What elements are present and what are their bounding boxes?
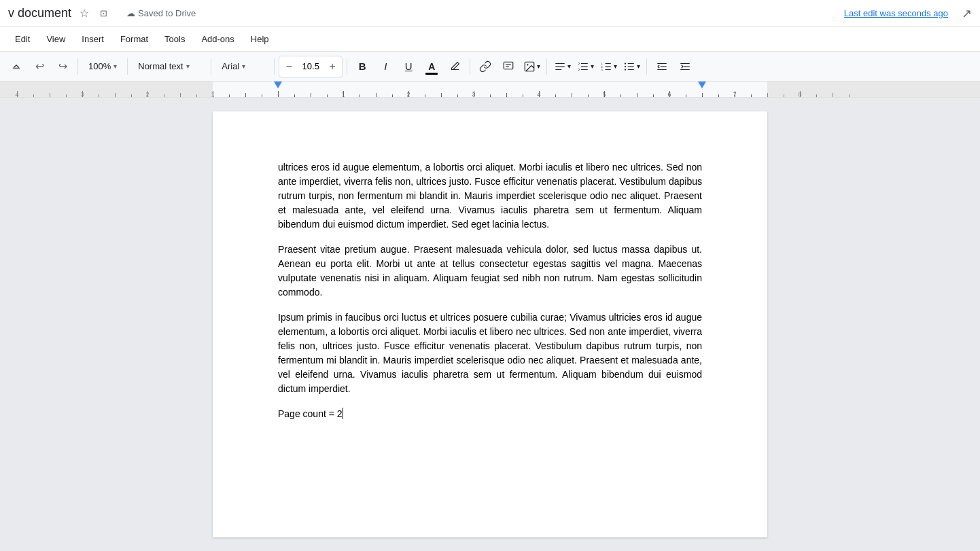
menu-view[interactable]: View (39, 30, 72, 48)
menu-format[interactable]: Format (113, 30, 155, 48)
menu-help[interactable]: Help (244, 30, 276, 48)
font-value: Arial (222, 61, 239, 71)
zoom-select[interactable]: 100% ▾ (82, 56, 123, 77)
menu-edit[interactable]: Edit (8, 30, 37, 48)
text-style-select[interactable]: Normal text ▾ (132, 56, 207, 77)
ruler (0, 82, 980, 98)
svg-point-6 (527, 64, 528, 65)
menu-addons[interactable]: Add-ons (194, 30, 241, 48)
zoom-value: 100% (88, 61, 111, 71)
star-icon[interactable]: ☆ (77, 4, 92, 22)
style-chevron: ▾ (186, 63, 190, 70)
svg-point-22 (625, 63, 626, 64)
separator-6 (470, 58, 470, 75)
document-area[interactable]: ultrices eros id augue elementum, a lobo… (0, 98, 980, 551)
separator-7 (546, 58, 547, 75)
underline-button[interactable]: U (398, 56, 419, 77)
insert-image-button[interactable]: ▾ (521, 56, 542, 77)
page-count-value: 2 (337, 408, 343, 419)
svg-rect-0 (13, 67, 20, 69)
last-edit-link[interactable]: Last edit was seconds ago (844, 8, 948, 18)
menu-tools[interactable]: Tools (158, 30, 192, 48)
italic-button[interactable]: I (374, 56, 396, 77)
paragraph-2: Praesent vitae pretium augue. Praesent m… (278, 243, 702, 300)
save-status-text: Saved to Drive (138, 8, 196, 18)
trend-icon: ↗ (962, 6, 972, 21)
numbered-list-button[interactable]: 1.2.3. ▾ (597, 56, 619, 77)
doc-title: v document (8, 6, 71, 20)
menu-bar: Edit View Insert Format Tools Add-ons He… (0, 27, 980, 52)
separator-8 (646, 58, 647, 75)
svg-point-24 (625, 69, 626, 70)
title-bar: v document ☆ ⊡ ☁ Saved to Drive Last edi… (0, 0, 980, 27)
font-color-indicator (425, 73, 438, 75)
insert-link-button[interactable] (474, 56, 496, 77)
paint-format-button[interactable] (5, 56, 27, 77)
menu-insert[interactable]: Insert (75, 30, 111, 48)
svg-text:2.: 2. (601, 65, 603, 68)
page-count-label: Page count = (278, 408, 337, 419)
folder-icon[interactable]: ⊡ (97, 5, 110, 21)
font-size-decrease-button[interactable]: − (279, 56, 298, 77)
save-status: ☁ Saved to Drive (126, 8, 196, 18)
paragraph-1: ultrices eros id augue elementum, a lobo… (278, 160, 702, 232)
separator-1 (77, 58, 78, 75)
redo-button[interactable]: ↪ (52, 56, 73, 77)
highlight-button[interactable] (444, 56, 466, 77)
text-cursor (343, 408, 343, 419)
svg-point-23 (625, 65, 626, 67)
cloud-icon: ☁ (126, 8, 135, 18)
font-size-increase-button[interactable]: + (323, 56, 342, 77)
line-spacing-button[interactable]: ▾ (574, 56, 596, 77)
separator-2 (127, 58, 128, 75)
font-select[interactable]: Arial ▾ (215, 56, 270, 77)
text-style-value: Normal text (138, 61, 183, 71)
toolbar: ↩ ↪ 100% ▾ Normal text ▾ Arial ▾ − + B I… (0, 52, 980, 82)
bold-button[interactable]: B (351, 56, 373, 77)
zoom-chevron: ▾ (113, 63, 117, 70)
bulleted-list-button[interactable]: ▾ (620, 56, 642, 77)
svg-rect-2 (504, 62, 514, 69)
font-color-button[interactable]: A (421, 56, 442, 77)
separator-3 (211, 58, 211, 75)
font-chevron: ▾ (242, 63, 245, 70)
decrease-indent-button[interactable] (651, 56, 673, 77)
svg-text:1.: 1. (601, 63, 603, 65)
align-button[interactable]: ▾ (551, 56, 573, 77)
separator-4 (274, 58, 275, 75)
paragraph-3: Ipsum primis in faucibus orci luctus et … (278, 310, 702, 396)
svg-text:3.: 3. (601, 69, 603, 71)
insert-comment-button[interactable] (497, 56, 519, 77)
paragraph-4[interactable]: Page count = 2 (278, 407, 702, 421)
page[interactable]: ultrices eros id augue elementum, a lobo… (213, 111, 767, 537)
separator-5 (347, 58, 347, 75)
undo-button[interactable]: ↩ (29, 56, 50, 77)
font-size-control: − + (279, 56, 343, 77)
font-size-input[interactable] (298, 61, 323, 71)
increase-indent-button[interactable] (674, 56, 696, 77)
